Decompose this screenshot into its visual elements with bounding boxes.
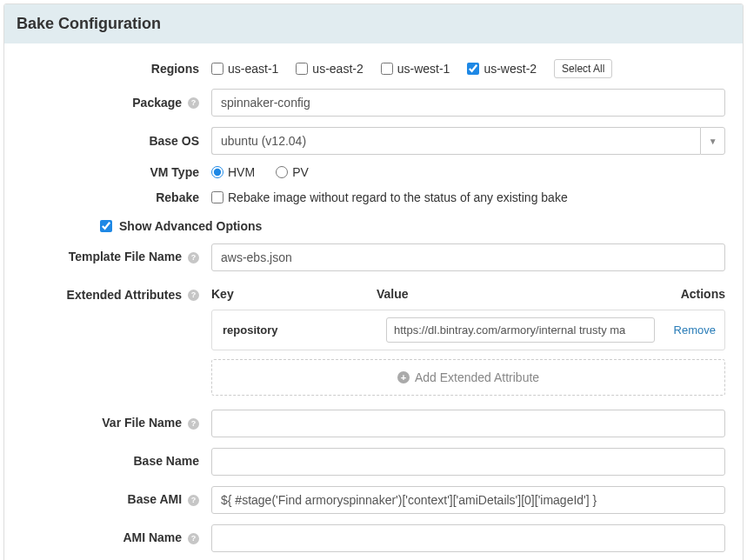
help-icon[interactable]: ? bbox=[188, 97, 199, 109]
bake-configuration-panel: Bake Configuration Regions us-east-1 us-… bbox=[3, 3, 744, 560]
attr-header-actions: Actions bbox=[664, 287, 725, 301]
attr-value-input[interactable] bbox=[386, 317, 655, 343]
region-option-us-east-1[interactable]: us-east-1 bbox=[211, 62, 278, 76]
package-input[interactable] bbox=[211, 89, 725, 117]
region-label: us-west-2 bbox=[484, 62, 537, 76]
advanced-label: Show Advanced Options bbox=[119, 219, 262, 233]
label-base-ami: Base AMI ? bbox=[22, 492, 211, 507]
vmtype-option-hvm[interactable]: HVM bbox=[211, 165, 255, 179]
row-base-ami: Base AMI ? bbox=[22, 486, 725, 514]
row-baseos: Base OS ▼ bbox=[22, 127, 725, 155]
label-package: Package ? bbox=[22, 96, 211, 110]
rebake-checkbox[interactable] bbox=[211, 191, 223, 203]
vmtype-label: HVM bbox=[228, 165, 255, 179]
remove-link[interactable]: Remove bbox=[674, 323, 716, 337]
label-template-file: Template File Name ? bbox=[22, 250, 211, 264]
base-ami-input[interactable] bbox=[211, 486, 725, 514]
base-name-input[interactable] bbox=[211, 448, 725, 476]
region-checkbox[interactable] bbox=[211, 63, 223, 75]
region-checkbox[interactable] bbox=[381, 63, 393, 75]
extended-attributes-block: Key Value Actions repository Remove + Ad… bbox=[211, 282, 725, 396]
label-var-file: Var File Name ? bbox=[22, 416, 211, 430]
template-file-input[interactable] bbox=[211, 243, 725, 271]
label-base-name: Base Name bbox=[22, 454, 211, 469]
row-ami-name: AMI Name ? bbox=[22, 524, 725, 552]
panel-body: Regions us-east-1 us-east-2 us-west-1 us… bbox=[4, 43, 743, 560]
label-rebake: Rebake bbox=[22, 190, 211, 205]
baseos-select[interactable]: ▼ bbox=[211, 127, 725, 155]
help-icon[interactable]: ? bbox=[188, 418, 199, 430]
attr-header-key: Key bbox=[211, 287, 377, 301]
rebake-text: Rebake image without regard to the statu… bbox=[228, 190, 568, 204]
region-label: us-east-1 bbox=[228, 62, 278, 76]
ami-name-input[interactable] bbox=[211, 524, 725, 552]
regions-field: us-east-1 us-east-2 us-west-1 us-west-2 … bbox=[211, 59, 725, 78]
vmtype-label: PV bbox=[292, 165, 309, 179]
region-label: us-west-1 bbox=[397, 62, 450, 76]
attr-key: repository bbox=[221, 323, 386, 337]
panel-title: Bake Configuration bbox=[4, 4, 743, 43]
row-advanced-toggle: Show Advanced Options bbox=[22, 219, 725, 233]
help-icon[interactable]: ? bbox=[188, 290, 199, 301]
help-icon[interactable]: ? bbox=[188, 252, 199, 263]
rebake-checkbox-wrap[interactable]: Rebake image without regard to the statu… bbox=[211, 190, 568, 204]
label-regions: Regions bbox=[22, 62, 211, 77]
vmtype-radio[interactable] bbox=[211, 166, 223, 178]
baseos-value[interactable] bbox=[211, 127, 700, 155]
region-checkbox[interactable] bbox=[296, 63, 308, 75]
label-baseos: Base OS bbox=[22, 134, 211, 149]
row-base-name: Base Name bbox=[22, 448, 725, 476]
region-checkbox[interactable] bbox=[467, 63, 479, 75]
vmtype-radio[interactable] bbox=[276, 166, 288, 178]
add-extended-attribute-button[interactable]: + Add Extended Attribute bbox=[211, 359, 725, 396]
var-file-input[interactable] bbox=[211, 410, 725, 437]
chevron-down-icon[interactable]: ▼ bbox=[700, 127, 725, 155]
row-regions: Regions us-east-1 us-east-2 us-west-1 us… bbox=[22, 59, 725, 78]
attr-header: Key Value Actions bbox=[211, 282, 725, 310]
row-rebake: Rebake Rebake image without regard to th… bbox=[22, 190, 725, 205]
region-option-us-east-2[interactable]: us-east-2 bbox=[296, 62, 363, 76]
plus-icon: + bbox=[397, 371, 410, 383]
row-var-file: Var File Name ? bbox=[22, 410, 725, 437]
row-vmtype: VM Type HVM PV bbox=[22, 165, 725, 180]
row-package: Package ? bbox=[22, 89, 725, 117]
row-extended-attributes: Extended Attributes ? Key Value Actions … bbox=[22, 282, 725, 396]
vmtype-option-pv[interactable]: PV bbox=[276, 165, 309, 179]
region-option-us-west-2[interactable]: us-west-2 bbox=[467, 62, 537, 76]
select-all-button[interactable]: Select All bbox=[554, 59, 612, 78]
label-extended-attributes: Extended Attributes ? bbox=[22, 282, 211, 303]
attr-header-value: Value bbox=[377, 287, 664, 301]
advanced-checkbox[interactable] bbox=[100, 220, 112, 232]
region-option-us-west-1[interactable]: us-west-1 bbox=[381, 62, 450, 76]
label-ami-name: AMI Name ? bbox=[22, 530, 211, 545]
label-vmtype: VM Type bbox=[22, 165, 211, 180]
attr-row: repository Remove bbox=[211, 310, 725, 350]
region-label: us-east-2 bbox=[312, 62, 363, 76]
row-template-file: Template File Name ? bbox=[22, 243, 725, 271]
help-icon[interactable]: ? bbox=[188, 533, 199, 544]
help-icon[interactable]: ? bbox=[188, 495, 199, 506]
add-attr-label: Add Extended Attribute bbox=[415, 370, 539, 384]
